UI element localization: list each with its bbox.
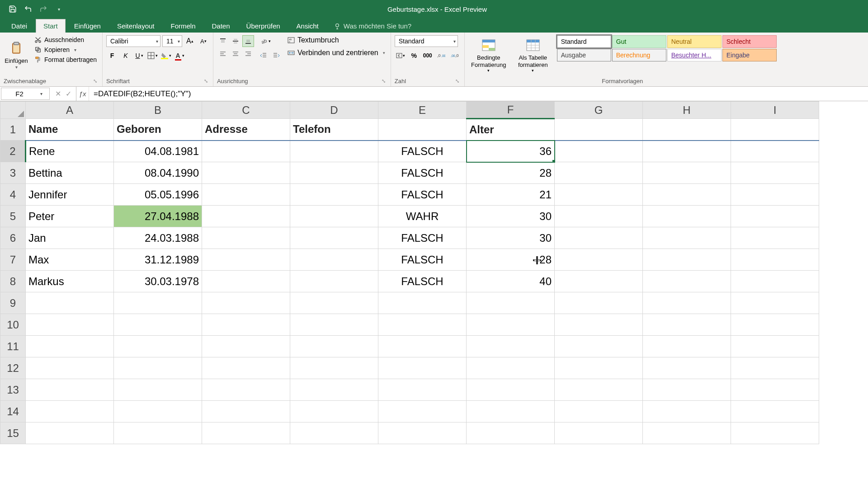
cell[interactable] [378, 422, 467, 444]
cell-style-tile[interactable]: Standard [557, 35, 611, 48]
formula-input[interactable] [89, 87, 868, 101]
ribbon-tab-überprüfen[interactable]: Überprüfen [239, 19, 288, 33]
format-painter-button[interactable]: Format übertragen [33, 55, 99, 64]
cell[interactable]: WAHR [378, 206, 467, 227]
cell[interactable] [290, 227, 378, 249]
row-header[interactable]: 9 [0, 292, 26, 314]
cell[interactable]: Alter [467, 119, 555, 141]
cell[interactable]: FALSCH [378, 162, 467, 184]
increase-decimal-icon[interactable]: ,0,00 [435, 50, 447, 61]
font-dialog-launcher-icon[interactable]: ⤡ [203, 78, 209, 84]
row-header[interactable]: 8 [0, 271, 26, 292]
ribbon-tab-seitenlayout[interactable]: Seitenlayout [109, 19, 162, 33]
row-header[interactable]: 2 [0, 141, 26, 162]
column-header[interactable]: B [114, 102, 202, 119]
cell[interactable]: Jennifer [26, 184, 114, 206]
cell[interactable] [202, 314, 290, 336]
cell-style-tile[interactable]: Ausgabe [557, 49, 611, 61]
cell-style-tile[interactable]: Gut [612, 35, 666, 48]
cell[interactable] [378, 314, 467, 336]
cut-button[interactable]: Ausschneiden [33, 35, 99, 44]
cell[interactable] [555, 314, 643, 336]
cell[interactable] [290, 141, 378, 162]
cell-style-tile[interactable]: Neutral [667, 35, 722, 48]
cell[interactable]: 28 [467, 249, 555, 271]
cell-style-tile[interactable]: Schlecht [722, 35, 777, 48]
cell[interactable]: Name [26, 119, 114, 141]
cell-style-tile[interactable]: Besuchter H... [667, 49, 722, 61]
row-header[interactable]: 15 [0, 422, 26, 444]
wrap-text-button[interactable]: abc Textumbruch [286, 35, 387, 45]
cell-styles-gallery[interactable]: StandardGutNeutralSchlechtAusgabeBerechn… [557, 35, 777, 61]
cell[interactable] [731, 206, 819, 227]
cell[interactable] [731, 271, 819, 292]
cell[interactable] [731, 379, 819, 401]
row-header[interactable]: 11 [0, 336, 26, 357]
accounting-format-icon[interactable]: €▾ [395, 50, 406, 61]
font-name-combo[interactable]: Calibri▾ [106, 35, 160, 47]
cell[interactable]: 24.03.1988 [114, 227, 202, 249]
cell[interactable] [26, 357, 114, 379]
fx-icon[interactable]: ƒx [76, 87, 89, 101]
cell[interactable] [643, 119, 731, 141]
ribbon-tab-einfügen[interactable]: Einfügen [66, 19, 108, 33]
cell[interactable] [555, 271, 643, 292]
cell[interactable] [26, 379, 114, 401]
cell[interactable] [555, 227, 643, 249]
tell-me-search[interactable]: Was möchten Sie tun? [327, 19, 418, 33]
alignment-dialog-launcher-icon[interactable]: ⤡ [380, 78, 387, 84]
cell[interactable] [555, 141, 643, 162]
cell[interactable] [555, 292, 643, 314]
cell[interactable] [731, 314, 819, 336]
cell[interactable] [202, 162, 290, 184]
cell[interactable] [290, 336, 378, 357]
conditional-formatting-button[interactable]: Bedingte Formatierung▾ [468, 35, 509, 76]
column-header[interactable]: A [26, 102, 114, 119]
number-dialog-launcher-icon[interactable]: ⤡ [454, 78, 461, 84]
cell[interactable] [26, 401, 114, 422]
cell[interactable] [467, 314, 555, 336]
select-all-corner[interactable] [0, 102, 26, 119]
cell[interactable] [555, 336, 643, 357]
cell[interactable] [202, 422, 290, 444]
undo-icon[interactable] [23, 4, 33, 14]
cell[interactable] [731, 357, 819, 379]
cell[interactable] [290, 271, 378, 292]
decrease-font-icon[interactable]: A▾ [198, 35, 209, 47]
cell[interactable] [114, 379, 202, 401]
cell[interactable] [555, 184, 643, 206]
ribbon-tab-start[interactable]: Start [36, 19, 66, 33]
paste-button[interactable]: Einfügen ▾ [4, 35, 29, 76]
cell[interactable]: 30.03.1978 [114, 271, 202, 292]
cell[interactable] [378, 119, 467, 141]
decrease-indent-icon[interactable] [258, 50, 269, 61]
align-left-icon[interactable] [217, 48, 229, 60]
cell[interactable] [202, 227, 290, 249]
italic-button[interactable]: K [120, 50, 132, 61]
cell[interactable]: Bettina [26, 162, 114, 184]
cell[interactable] [290, 401, 378, 422]
cell[interactable] [555, 119, 643, 141]
cell[interactable]: 28 [467, 162, 555, 184]
cell[interactable] [290, 314, 378, 336]
cell[interactable]: 05.05.1996 [114, 184, 202, 206]
font-color-button[interactable]: A▾ [174, 50, 186, 61]
cell[interactable] [114, 422, 202, 444]
cell[interactable]: FALSCH [378, 271, 467, 292]
cell[interactable] [290, 249, 378, 271]
cell[interactable] [643, 336, 731, 357]
cell[interactable] [643, 141, 731, 162]
decrease-decimal-icon[interactable]: ,00,0 [449, 50, 461, 61]
cell[interactable] [731, 422, 819, 444]
ribbon-tab-daten[interactable]: Daten [204, 19, 238, 33]
cell[interactable] [643, 162, 731, 184]
cell[interactable] [731, 336, 819, 357]
cell[interactable]: Markus [26, 271, 114, 292]
cell[interactable] [202, 141, 290, 162]
cell[interactable]: Adresse [202, 119, 290, 141]
cell[interactable] [290, 379, 378, 401]
cell[interactable] [290, 292, 378, 314]
cell[interactable] [643, 249, 731, 271]
cell[interactable] [114, 292, 202, 314]
cell[interactable]: FALSCH [378, 227, 467, 249]
